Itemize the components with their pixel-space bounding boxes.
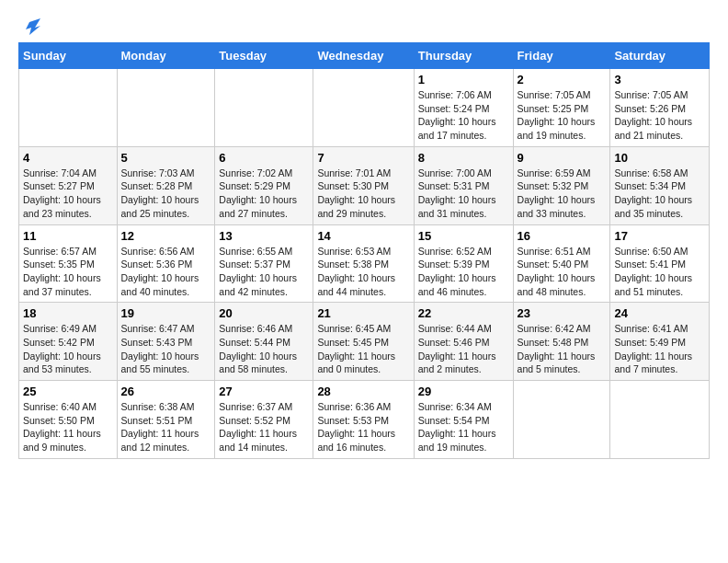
day-number: 19	[121, 306, 211, 320]
calendar-cell	[313, 69, 414, 147]
calendar-cell: 5Sunrise: 7:03 AM Sunset: 5:28 PM Daylig…	[117, 146, 215, 224]
day-info: Sunrise: 6:52 AM Sunset: 5:39 PM Dayligh…	[418, 245, 509, 299]
calendar-cell: 27Sunrise: 6:37 AM Sunset: 5:52 PM Dayli…	[215, 381, 313, 459]
day-number: 29	[418, 385, 509, 398]
day-info: Sunrise: 7:00 AM Sunset: 5:31 PM Dayligh…	[418, 167, 509, 221]
logo	[18, 18, 40, 33]
day-number: 25	[23, 385, 113, 398]
calendar-cell: 12Sunrise: 6:56 AM Sunset: 5:36 PM Dayli…	[117, 224, 215, 303]
day-info: Sunrise: 7:06 AM Sunset: 5:24 PM Dayligh…	[418, 88, 509, 143]
calendar-week-row: 1Sunrise: 7:06 AM Sunset: 5:24 PM Daylig…	[19, 69, 710, 147]
day-number: 20	[219, 306, 309, 320]
day-info: Sunrise: 6:47 AM Sunset: 5:43 PM Dayligh…	[121, 322, 211, 376]
day-number: 16	[518, 229, 607, 243]
calendar-cell: 3Sunrise: 7:05 AM Sunset: 5:26 PM Daylig…	[610, 69, 710, 147]
day-number: 23	[518, 306, 607, 320]
day-number: 21	[317, 306, 409, 320]
day-number: 15	[418, 229, 509, 243]
day-info: Sunrise: 7:04 AM Sunset: 5:27 PM Dayligh…	[23, 167, 113, 221]
calendar-cell: 4Sunrise: 7:04 AM Sunset: 5:27 PM Daylig…	[19, 146, 118, 224]
weekday-header: Thursday	[414, 43, 513, 69]
day-info: Sunrise: 7:02 AM Sunset: 5:29 PM Dayligh…	[219, 167, 309, 221]
calendar-cell: 24Sunrise: 6:41 AM Sunset: 5:49 PM Dayli…	[610, 303, 710, 381]
calendar-week-row: 25Sunrise: 6:40 AM Sunset: 5:50 PM Dayli…	[19, 381, 710, 459]
calendar-cell: 25Sunrise: 6:40 AM Sunset: 5:50 PM Dayli…	[19, 381, 118, 459]
day-number: 14	[317, 229, 409, 243]
day-info: Sunrise: 6:44 AM Sunset: 5:46 PM Dayligh…	[418, 322, 509, 376]
day-number: 7	[317, 151, 409, 165]
svg-marker-0	[26, 18, 40, 35]
day-info: Sunrise: 6:49 AM Sunset: 5:42 PM Dayligh…	[23, 322, 113, 376]
day-number: 28	[317, 385, 409, 398]
day-info: Sunrise: 6:45 AM Sunset: 5:45 PM Dayligh…	[317, 322, 409, 376]
calendar-cell: 16Sunrise: 6:51 AM Sunset: 5:40 PM Dayli…	[513, 224, 610, 303]
day-info: Sunrise: 7:05 AM Sunset: 5:25 PM Dayligh…	[518, 88, 607, 143]
calendar-cell	[215, 69, 313, 147]
calendar-week-row: 4Sunrise: 7:04 AM Sunset: 5:27 PM Daylig…	[19, 146, 710, 224]
weekday-header: Wednesday	[313, 43, 414, 69]
weekday-header: Saturday	[610, 43, 710, 69]
day-number: 13	[219, 229, 309, 243]
calendar-week-row: 18Sunrise: 6:49 AM Sunset: 5:42 PM Dayli…	[19, 303, 710, 381]
day-number: 27	[219, 385, 309, 398]
day-info: Sunrise: 6:55 AM Sunset: 5:37 PM Dayligh…	[219, 245, 309, 299]
logo-bird-icon	[20, 18, 40, 39]
day-number: 17	[614, 229, 705, 243]
day-info: Sunrise: 6:57 AM Sunset: 5:35 PM Dayligh…	[23, 245, 113, 299]
calendar-cell: 11Sunrise: 6:57 AM Sunset: 5:35 PM Dayli…	[19, 224, 118, 303]
day-info: Sunrise: 6:34 AM Sunset: 5:54 PM Dayligh…	[418, 400, 509, 454]
day-info: Sunrise: 6:42 AM Sunset: 5:48 PM Dayligh…	[518, 322, 607, 376]
day-info: Sunrise: 6:56 AM Sunset: 5:36 PM Dayligh…	[121, 245, 211, 299]
day-info: Sunrise: 6:38 AM Sunset: 5:51 PM Dayligh…	[121, 400, 211, 454]
calendar-cell	[19, 69, 118, 147]
day-info: Sunrise: 6:59 AM Sunset: 5:32 PM Dayligh…	[518, 167, 607, 221]
day-info: Sunrise: 6:53 AM Sunset: 5:38 PM Dayligh…	[317, 245, 409, 299]
weekday-header: Monday	[117, 43, 215, 69]
day-number: 9	[518, 151, 607, 165]
calendar-cell: 17Sunrise: 6:50 AM Sunset: 5:41 PM Dayli…	[610, 224, 710, 303]
calendar-cell: 10Sunrise: 6:58 AM Sunset: 5:34 PM Dayli…	[610, 146, 710, 224]
day-number: 24	[614, 306, 705, 320]
day-info: Sunrise: 6:40 AM Sunset: 5:50 PM Dayligh…	[23, 400, 113, 454]
page-header	[18, 18, 710, 33]
calendar-cell: 13Sunrise: 6:55 AM Sunset: 5:37 PM Dayli…	[215, 224, 313, 303]
day-number: 12	[121, 229, 211, 243]
calendar-cell: 22Sunrise: 6:44 AM Sunset: 5:46 PM Dayli…	[414, 303, 513, 381]
day-info: Sunrise: 6:41 AM Sunset: 5:49 PM Dayligh…	[614, 322, 705, 376]
calendar-cell: 8Sunrise: 7:00 AM Sunset: 5:31 PM Daylig…	[414, 146, 513, 224]
calendar-cell: 28Sunrise: 6:36 AM Sunset: 5:53 PM Dayli…	[313, 381, 414, 459]
calendar-header-row: SundayMondayTuesdayWednesdayThursdayFrid…	[19, 43, 710, 69]
calendar-cell: 23Sunrise: 6:42 AM Sunset: 5:48 PM Dayli…	[513, 303, 610, 381]
day-info: Sunrise: 6:46 AM Sunset: 5:44 PM Dayligh…	[219, 322, 309, 376]
day-info: Sunrise: 7:01 AM Sunset: 5:30 PM Dayligh…	[317, 167, 409, 221]
calendar-cell	[610, 381, 710, 459]
calendar-cell: 7Sunrise: 7:01 AM Sunset: 5:30 PM Daylig…	[313, 146, 414, 224]
day-number: 18	[23, 306, 113, 320]
weekday-header: Friday	[513, 43, 610, 69]
calendar-cell	[117, 69, 215, 147]
calendar-cell: 29Sunrise: 6:34 AM Sunset: 5:54 PM Dayli…	[414, 381, 513, 459]
day-number: 3	[614, 73, 705, 86]
day-info: Sunrise: 6:36 AM Sunset: 5:53 PM Dayligh…	[317, 400, 409, 454]
calendar-cell: 18Sunrise: 6:49 AM Sunset: 5:42 PM Dayli…	[19, 303, 118, 381]
calendar-cell: 9Sunrise: 6:59 AM Sunset: 5:32 PM Daylig…	[513, 146, 610, 224]
calendar-cell: 20Sunrise: 6:46 AM Sunset: 5:44 PM Dayli…	[215, 303, 313, 381]
calendar-cell: 21Sunrise: 6:45 AM Sunset: 5:45 PM Dayli…	[313, 303, 414, 381]
day-info: Sunrise: 6:37 AM Sunset: 5:52 PM Dayligh…	[219, 400, 309, 454]
calendar-table: SundayMondayTuesdayWednesdayThursdayFrid…	[18, 42, 710, 459]
day-number: 11	[23, 229, 113, 243]
day-info: Sunrise: 6:58 AM Sunset: 5:34 PM Dayligh…	[614, 167, 705, 221]
day-info: Sunrise: 7:05 AM Sunset: 5:26 PM Dayligh…	[614, 88, 705, 143]
day-number: 22	[418, 306, 509, 320]
day-number: 8	[418, 151, 509, 165]
weekday-header: Sunday	[19, 43, 118, 69]
calendar-cell: 14Sunrise: 6:53 AM Sunset: 5:38 PM Dayli…	[313, 224, 414, 303]
calendar-cell: 6Sunrise: 7:02 AM Sunset: 5:29 PM Daylig…	[215, 146, 313, 224]
calendar-cell: 19Sunrise: 6:47 AM Sunset: 5:43 PM Dayli…	[117, 303, 215, 381]
day-number: 2	[518, 73, 607, 86]
day-number: 26	[121, 385, 211, 398]
day-info: Sunrise: 6:50 AM Sunset: 5:41 PM Dayligh…	[614, 245, 705, 299]
weekday-header: Tuesday	[215, 43, 313, 69]
calendar-cell: 1Sunrise: 7:06 AM Sunset: 5:24 PM Daylig…	[414, 69, 513, 147]
calendar-week-row: 11Sunrise: 6:57 AM Sunset: 5:35 PM Dayli…	[19, 224, 710, 303]
